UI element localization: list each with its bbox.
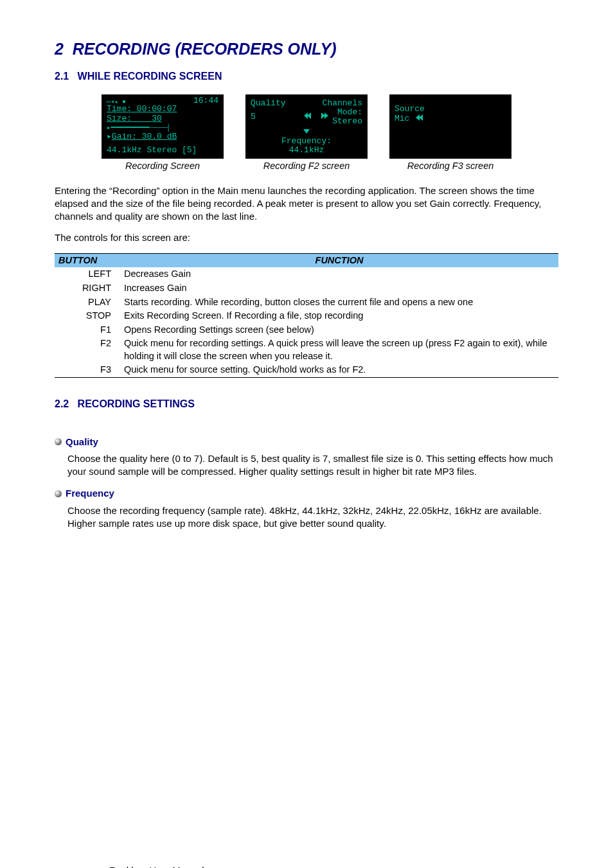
section-title: 2 RECORDING (RECORDERS ONLY): [55, 39, 558, 60]
function-cell: Exits Recording Screen. If Recording a f…: [120, 309, 558, 323]
sub1-title: WHILE RECORDING SCREEN: [78, 71, 222, 82]
table-row: F1Opens Recording Settings screen (see b…: [55, 323, 558, 337]
setting-quality-title: Quality: [66, 436, 98, 448]
function-cell: Opens Recording Settings screen (see bel…: [120, 323, 558, 337]
size-label: Size:: [107, 114, 132, 123]
setting-frequency-body: Choose the recording frequency (sample r…: [67, 504, 558, 531]
controls-lead: The controls for this screen are:: [55, 231, 558, 244]
table-row: F2Quick menu for recording settings. A q…: [55, 337, 558, 363]
intro-paragraph: Entering the “Recording” option in the M…: [55, 184, 558, 224]
caption-recording: Recording Screen: [125, 160, 200, 173]
setting-quality-head: Quality: [55, 436, 558, 448]
size-value: 30: [152, 114, 162, 123]
lcd-f3: Source Mic: [389, 94, 511, 159]
function-cell: Starts recording. While recording, butto…: [120, 296, 558, 310]
left-arrow-icon: [416, 114, 422, 123]
bullet-icon: [55, 438, 62, 445]
button-cell: RIGHT: [55, 281, 120, 296]
format-row: 44.1kHz Stereo [5]: [107, 146, 218, 155]
down-arrow-icon: [303, 129, 310, 134]
figure-row: ▭◂▴ ● 16:44 Time: 00:00:07 Size: 30 ▸━━━…: [55, 94, 558, 173]
function-cell: Decreases Gain: [120, 267, 558, 281]
mode-label: Mode:: [337, 107, 362, 117]
setting-frequency-head: Frequency: [55, 487, 558, 500]
lcd-recording: ▭◂▴ ● 16:44 Time: 00:00:07 Size: 30 ▸━━━…: [102, 94, 224, 159]
figure-f3: Source Mic Recording F3 screen: [389, 94, 511, 173]
button-cell: F2: [55, 337, 120, 363]
table-row: RIGHTIncreases Gain: [55, 281, 558, 296]
table-row: F3Quick menu for source setting. Quick/h…: [55, 363, 558, 377]
freq-value: 44.1kHz: [251, 146, 362, 155]
source-label: Source: [395, 105, 506, 114]
table-row: STOPExits Recording Screen. If Recording…: [55, 309, 558, 323]
quality-label: Quality: [251, 99, 286, 108]
table-row: PLAYStarts recording. While recording, b…: [55, 296, 558, 310]
header-button: BUTTON: [55, 253, 120, 267]
figure-f2: Quality Channels 5 Mode: Stereo Frequenc…: [245, 94, 368, 173]
caption-f3: Recording F3 screen: [407, 160, 494, 173]
lcd-f2: Quality Channels 5 Mode: Stereo Frequenc…: [245, 94, 368, 159]
function-cell: Quick menu for source setting. Quick/hol…: [120, 363, 558, 377]
function-cell: Increases Gain: [120, 281, 558, 296]
section-number: 2: [55, 40, 64, 58]
right-arrow-icon: [322, 112, 328, 121]
source-value: Mic: [395, 114, 409, 123]
section-text: RECORDING (RECORDERS ONLY): [73, 40, 337, 58]
sub2-title: RECORDING SETTINGS: [78, 398, 195, 409]
setting-frequency-title: Frequency: [66, 487, 114, 500]
sub2-number: 2.2: [55, 398, 69, 409]
left-arrow-icon: [304, 112, 310, 121]
freq-label: Frequency:: [251, 137, 362, 146]
clock: 16:44: [193, 96, 218, 105]
mode-value: Stereo: [332, 116, 362, 126]
footer-text: Rockbox User Manual: [109, 864, 204, 868]
quality-value: 5: [251, 112, 256, 121]
sub1-number: 2.1: [55, 71, 69, 82]
table-header-row: BUTTON FUNCTION: [55, 253, 558, 267]
button-cell: F3: [55, 363, 120, 377]
gain-text: Gain: 30.0 dB: [112, 132, 177, 141]
table-row: LEFTDecreases Gain: [55, 267, 558, 281]
peak-meter: ▸━━━━━━━━━┄┄┄┄┤: [107, 124, 218, 132]
size-row: Size: 30: [107, 114, 218, 123]
time-row: Time: 00:00:07: [107, 105, 218, 114]
button-cell: F1: [55, 323, 120, 337]
time-label: Time:: [107, 104, 132, 114]
gain-row: ▸Gain: 30.0 dB: [107, 132, 218, 141]
time-value: 00:00:07: [137, 104, 177, 114]
button-cell: PLAY: [55, 296, 120, 310]
button-cell: STOP: [55, 309, 120, 323]
caption-f2: Recording F2 screen: [263, 160, 350, 173]
subsection-2-1: 2.1 WHILE RECORDING SCREEN: [55, 69, 558, 84]
figure-recording: ▭◂▴ ● 16:44 Time: 00:00:07 Size: 30 ▸━━━…: [102, 94, 224, 173]
bullet-icon: [55, 490, 62, 497]
function-cell: Quick menu for recording settings. A qui…: [120, 337, 558, 363]
button-cell: LEFT: [55, 267, 120, 281]
controls-table: BUTTON FUNCTION LEFTDecreases Gain RIGHT…: [55, 253, 558, 378]
subsection-2-2: 2.2 RECORDING SETTINGS: [55, 397, 558, 411]
header-function: FUNCTION: [120, 253, 558, 267]
channels-label: Channels: [323, 99, 362, 108]
setting-quality-body: Choose the quality here (0 to 7). Defaul…: [67, 452, 558, 479]
